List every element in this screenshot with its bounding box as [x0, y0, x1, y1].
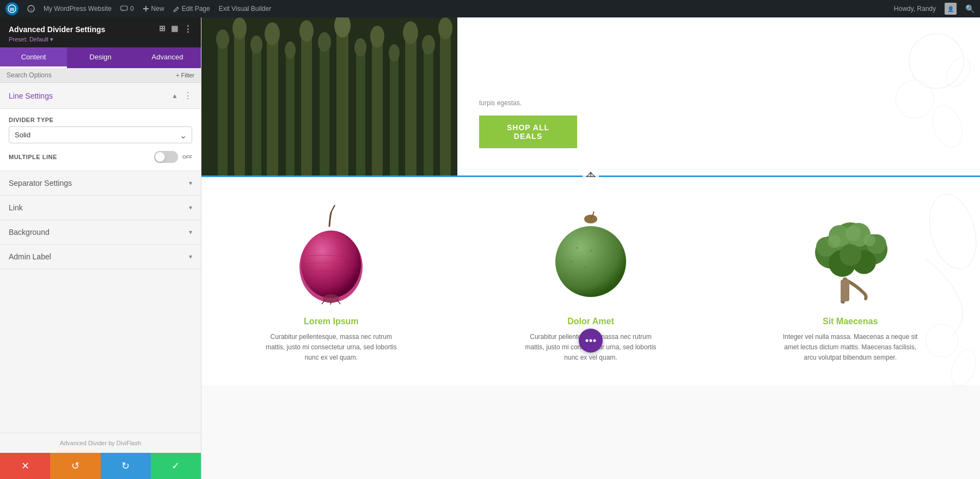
svg-point-51: [571, 260, 573, 263]
admin-label-section: Admin Label ▾: [0, 245, 201, 269]
cancel-button[interactable]: ✕: [0, 453, 50, 479]
svg-point-58: [586, 339, 589, 342]
search-input[interactable]: [7, 71, 176, 79]
multiple-line-toggle[interactable]: [154, 151, 178, 163]
svg-point-60: [593, 339, 596, 342]
undo-button[interactable]: ↺: [50, 453, 100, 479]
divider-type-select-wrapper: Solid Dashed Dotted Double: [9, 126, 192, 143]
product-image-2: [536, 199, 645, 308]
svg-rect-74: [841, 280, 849, 301]
search-filter-bar: + Filter: [0, 68, 201, 83]
separator-settings-chevron: ▾: [189, 179, 192, 187]
svg-text:W: W: [10, 7, 15, 12]
wp-logo-icon[interactable]: W: [5, 2, 19, 15]
zucchini-illustration: [547, 207, 634, 300]
onion-illustration: [290, 202, 372, 305]
save-button[interactable]: ✓: [151, 453, 201, 479]
product-image-1: [277, 199, 385, 308]
hero-text-area: turpis egestas. SHOP ALL DEALS: [457, 17, 980, 175]
background-section: Background ▾: [0, 220, 201, 245]
line-settings-more[interactable]: ⋮: [183, 90, 192, 101]
admin-label-chevron: ▾: [189, 253, 192, 260]
tab-design[interactable]: Design: [67, 47, 134, 68]
svg-rect-4: [121, 6, 127, 10]
link-title: Link: [9, 203, 23, 212]
svg-point-56: [584, 266, 586, 268]
panel-title-row: Advanced Divider Settings ⊞ ▦ ⋮: [9, 24, 192, 34]
more-options-icon[interactable]: ⋮: [183, 24, 192, 34]
toggle-knob: [155, 152, 165, 162]
comments-count: 0: [130, 5, 134, 13]
user-avatar[interactable]: 👤: [945, 3, 957, 15]
divider-type-select[interactable]: Solid Dashed Dotted Double: [9, 126, 192, 143]
right-decorative-svg: [871, 177, 980, 395]
site-name[interactable]: My WordPress Website: [44, 5, 112, 13]
filter-button[interactable]: + Filter: [176, 72, 194, 78]
fab-button[interactable]: [579, 329, 603, 353]
separator-settings-title: Separator Settings: [9, 179, 72, 187]
separator-settings-header[interactable]: Separator Settings ▾: [0, 171, 201, 196]
background-header[interactable]: Background ▾: [0, 220, 201, 245]
panel-preset[interactable]: Preset: Default: [9, 36, 192, 43]
settings-panel: Advanced Divider Settings ⊞ ▦ ⋮ Preset: …: [0, 17, 201, 479]
ellipsis-icon: [585, 339, 596, 342]
svg-text:☺: ☺: [29, 7, 33, 12]
tab-advanced[interactable]: Advanced: [134, 47, 201, 68]
background-title: Background: [9, 228, 50, 237]
link-chevron: ▾: [189, 204, 192, 211]
panel-title-text: Advanced Divider Settings: [9, 25, 105, 34]
svg-point-53: [579, 274, 581, 276]
line-settings-content: Divider Type Solid Dashed Dotted Double …: [0, 109, 201, 171]
footer-text: Advanced Divider by DiviFlash: [60, 440, 141, 446]
product-desc-1: Curabitur pellentesque, massa nec rutrum…: [260, 332, 402, 363]
link-section: Link ▾: [0, 196, 201, 220]
svg-point-40: [941, 53, 975, 91]
line-settings-title: Line Settings: [9, 92, 53, 100]
shop-all-deals-button[interactable]: SHOP ALL DEALS: [479, 116, 577, 148]
svg-point-55: [590, 250, 592, 252]
exit-builder-label: Exit Visual Builder: [219, 5, 272, 13]
svg-point-52: [609, 255, 611, 257]
tab-content[interactable]: Content: [0, 47, 67, 68]
responsive-icon[interactable]: ⊞: [159, 24, 166, 34]
multiple-line-row: Multiple Line OFF: [9, 151, 192, 163]
search-icon[interactable]: 🔍: [965, 4, 975, 13]
comments-link[interactable]: 0: [120, 5, 134, 13]
svg-point-50: [601, 241, 603, 244]
new-label: New: [151, 5, 164, 13]
product-title-2: Dolor Amet: [567, 317, 614, 326]
layout-icon[interactable]: ▦: [171, 24, 178, 34]
admin-label-header[interactable]: Admin Label ▾: [0, 245, 201, 269]
divider-type-label: Divider Type: [9, 117, 192, 123]
panel-header: Advanced Divider Settings ⊞ ▦ ⋮ Preset: …: [0, 17, 201, 47]
new-link[interactable]: New: [143, 5, 164, 13]
line-settings-header[interactable]: Line Settings ▲ ⋮: [0, 83, 201, 109]
svg-point-54: [598, 277, 600, 279]
site-icon: ☺: [27, 5, 35, 13]
panel-title-icons: ⊞ ▦ ⋮: [159, 24, 192, 34]
decorative-bg-svg: [817, 17, 980, 175]
bottom-actions: ✕ ↺ ↻ ✓: [0, 453, 201, 479]
link-header[interactable]: Link ▾: [0, 196, 201, 220]
svg-rect-36: [201, 17, 457, 175]
svg-point-49: [576, 247, 578, 249]
product-card-1: Lorem Ipsum Curabitur pellentesque, mass…: [201, 188, 461, 374]
edit-page-link[interactable]: Edit Page: [173, 5, 210, 13]
multiple-line-label: Multiple Line: [9, 154, 57, 160]
asparagus-illustration: [201, 17, 457, 175]
toggle-off-label: OFF: [182, 154, 192, 160]
line-settings-section: Line Settings ▲ ⋮ Divider Type Solid Das…: [0, 83, 201, 171]
panel-footer: Advanced Divider by DiviFlash: [0, 433, 201, 453]
redo-button[interactable]: ↻: [101, 453, 151, 479]
hero-image: [201, 17, 457, 175]
edit-page-label: Edit Page: [182, 5, 210, 13]
separator-settings-section: Separator Settings ▾: [0, 171, 201, 196]
svg-point-70: [840, 244, 861, 266]
svg-point-41: [922, 189, 980, 274]
line-settings-chevron-up: ▲: [171, 92, 178, 100]
svg-point-38: [896, 80, 934, 118]
hero-section: turpis egestas. SHOP ALL DEALS: [201, 17, 980, 175]
page-preview: turpis egestas. SHOP ALL DEALS: [201, 17, 980, 479]
exit-builder-link[interactable]: Exit Visual Builder: [219, 5, 272, 13]
products-section: Lorem Ipsum Curabitur pellentesque, mass…: [201, 177, 980, 385]
